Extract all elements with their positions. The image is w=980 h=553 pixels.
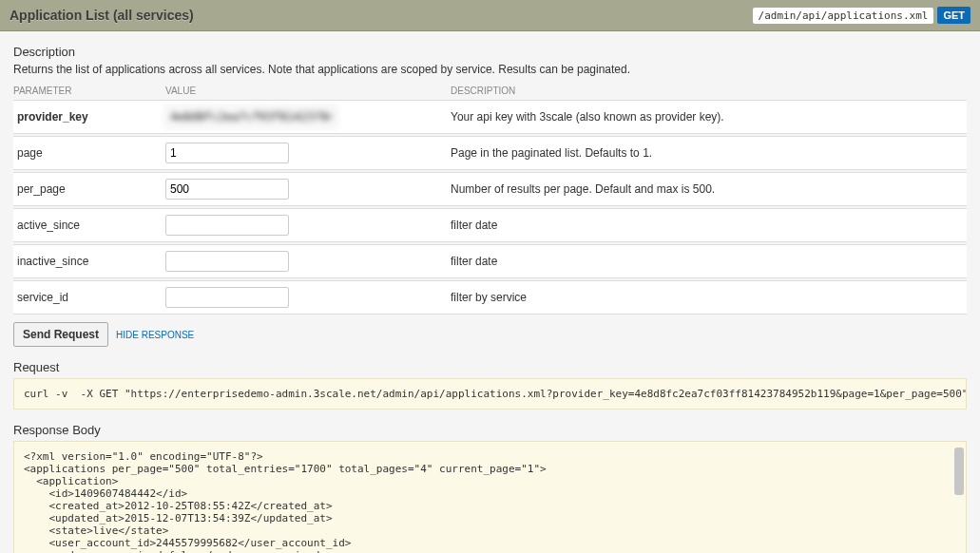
description-text: Returns the list of applications across … <box>13 63 967 76</box>
param-row-inactive_since: inactive_sincefilter date <box>13 244 967 278</box>
hide-response-link[interactable]: Hide Response <box>116 330 194 340</box>
param-desc: Number of results per page. Default and … <box>451 182 963 196</box>
section-title: Application List (all services) <box>10 8 194 23</box>
param-name: active_since <box>17 219 165 232</box>
param-input-page[interactable] <box>165 143 289 163</box>
param-value-cell <box>165 287 451 308</box>
actions-bar: Send Request Hide Response <box>13 322 967 347</box>
param-row-page: pagePage in the paginated list. Defaults… <box>13 136 967 170</box>
param-desc: filter date <box>451 255 963 268</box>
param-row-provider_key: provider_keyYour api key with 3scale (al… <box>13 100 967 134</box>
param-desc: Your api key with 3scale (also known as … <box>451 110 963 124</box>
col-header-description: Description <box>451 86 967 96</box>
endpoint-path: /admin/api/applications.xml <box>753 8 934 24</box>
param-row-per_page: per_pageNumber of results per page. Defa… <box>13 172 967 206</box>
col-header-parameter: Parameter <box>13 86 165 96</box>
param-desc: filter date <box>451 219 963 232</box>
param-input-provider_key[interactable] <box>165 106 336 127</box>
param-value-cell <box>165 179 451 200</box>
param-value-cell <box>165 215 451 236</box>
param-input-per_page[interactable] <box>165 179 289 200</box>
response-label: Response Body <box>13 423 967 437</box>
section-header: Application List (all services) /admin/a… <box>0 0 980 31</box>
endpoint-info: /admin/api/applications.xml GET <box>753 7 970 24</box>
param-value-cell <box>165 106 451 127</box>
send-request-button[interactable]: Send Request <box>13 322 108 347</box>
request-label: Request <box>13 360 967 374</box>
param-name: page <box>17 146 165 160</box>
param-name: inactive_since <box>17 255 165 268</box>
description-heading: Description <box>13 45 967 59</box>
response-body[interactable]: <?xml version="1.0" encoding="UTF-8"?> <… <box>13 441 967 553</box>
param-value-cell <box>165 251 451 272</box>
param-input-active_since[interactable] <box>165 215 289 236</box>
param-input-service_id[interactable] <box>165 287 289 308</box>
http-method-badge: GET <box>937 7 970 24</box>
scrollbar-thumb[interactable] <box>954 448 964 495</box>
response-body-text: <?xml version="1.0" encoding="UTF-8"?> <… <box>24 450 597 553</box>
param-row-service_id: service_idfilter by service <box>13 280 967 315</box>
param-name: per_page <box>17 182 165 196</box>
param-desc: filter by service <box>451 291 963 304</box>
request-curl: curl -v -X GET "https://enterprisedemo-a… <box>13 378 967 410</box>
param-desc: Page in the paginated list. Defaults to … <box>451 146 963 160</box>
param-row-active_since: active_sincefilter date <box>13 208 967 242</box>
param-table-header: Parameter Value Description <box>13 82 967 100</box>
col-header-value: Value <box>165 86 451 96</box>
param-name: service_id <box>17 291 165 304</box>
param-input-inactive_since[interactable] <box>165 251 289 272</box>
param-value-cell <box>165 143 451 163</box>
param-name: provider_key <box>17 110 165 124</box>
